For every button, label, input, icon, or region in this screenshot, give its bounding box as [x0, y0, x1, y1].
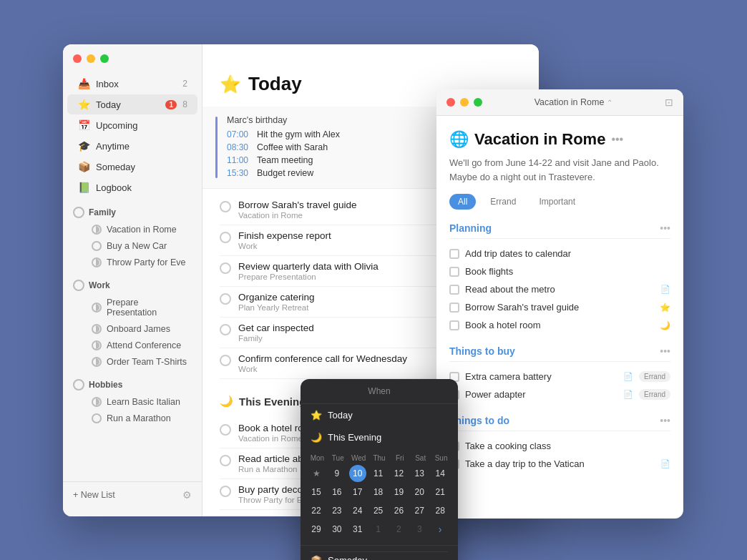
- sidebar-item-anytime[interactable]: 🎓 Anytime: [67, 136, 197, 156]
- sidebar-item-upcoming[interactable]: 📅 Upcoming: [67, 115, 197, 135]
- planning-checkbox-1[interactable]: [449, 267, 459, 277]
- doc-icon: 📄: [660, 285, 670, 294]
- hobbies-circle-icon: [73, 379, 84, 390]
- planning-checkbox-2[interactable]: [449, 285, 459, 295]
- vacation-rome-icon: [92, 225, 102, 235]
- detail-expand-icon[interactable]: ⊡: [665, 97, 673, 108]
- evening-title: This Evening: [239, 396, 306, 408]
- sidebar-item-vacation-rome[interactable]: Vacation in Rome: [67, 222, 197, 237]
- evening-checkbox-1[interactable]: [220, 455, 231, 466]
- cal-next-button[interactable]: ›: [431, 521, 449, 538]
- detail-close-button[interactable]: [446, 98, 455, 107]
- cal-cell-star[interactable]: ★: [308, 465, 325, 482]
- sidebar-item-order-tshirts[interactable]: Order Team T-Shirts: [67, 354, 197, 370]
- cal-cell-18[interactable]: 18: [370, 483, 387, 501]
- cal-label-sat: Sat: [411, 454, 430, 462]
- work-circle-icon: [73, 280, 84, 291]
- sidebar-item-buy-car[interactable]: Buy a New Car: [67, 238, 197, 254]
- filter-all-button[interactable]: All: [449, 194, 476, 210]
- sidebar-item-prepare-presentation[interactable]: Prepare Presentation: [67, 295, 197, 320]
- sidebar-item-attend-conference[interactable]: Attend Conference: [67, 338, 197, 353]
- detail-body: 🌐 Vacation in Rome ••• We'll go from Jun…: [436, 116, 683, 519]
- minimize-button[interactable]: [87, 54, 95, 63]
- cal-cell-29[interactable]: 29: [308, 521, 325, 538]
- detail-minimize-button[interactable]: [460, 98, 469, 107]
- list-item: Book a hotel room 🌙: [449, 316, 670, 334]
- sidebar-item-logbook[interactable]: 📗 Logbook: [67, 177, 197, 197]
- sidebar-item-inbox[interactable]: 📥 Inbox 2: [67, 74, 197, 94]
- cal-cell-26[interactable]: 26: [390, 502, 407, 519]
- things-to-do-header: Things to do •••: [449, 415, 670, 431]
- cal-row-2: 15 16 17 18 19 20 21: [308, 483, 451, 501]
- cal-cell-27[interactable]: 27: [411, 502, 428, 519]
- sidebar-item-learn-italian[interactable]: Learn Basic Italian: [67, 394, 197, 410]
- sidebar-item-throw-party[interactable]: Throw Party for Eve: [67, 255, 197, 270]
- when-popup: When ⭐ Today 🌙 This Evening Mon Tue Wed …: [301, 379, 458, 560]
- cal-cell-20[interactable]: 20: [411, 483, 428, 501]
- when-today-option[interactable]: ⭐ Today: [301, 404, 458, 426]
- cal-cell-15[interactable]: 15: [308, 483, 325, 501]
- planning-checkbox-3[interactable]: [449, 303, 459, 313]
- planning-task-2: Read about the metro: [465, 284, 655, 295]
- planning-checkbox-0[interactable]: [449, 249, 459, 259]
- maximize-button[interactable]: [100, 54, 109, 63]
- things-to-buy-more[interactable]: •••: [660, 345, 670, 357]
- cal-cell-3[interactable]: 3: [411, 521, 428, 538]
- someday-option[interactable]: 📦 Someday: [311, 552, 448, 560]
- task-checkbox-0[interactable]: [220, 201, 231, 212]
- when-evening-option[interactable]: 🌙 This Evening: [301, 426, 458, 448]
- things-to-do-more[interactable]: •••: [660, 415, 670, 426]
- cal-cell-9[interactable]: 9: [328, 465, 346, 482]
- cal-row-1: ★ 9 10 11 12 13 14: [308, 465, 451, 482]
- cal-cell-12[interactable]: 12: [390, 465, 407, 482]
- cal-cell-16[interactable]: 16: [328, 483, 346, 501]
- popup-header: When: [301, 379, 458, 404]
- cal-cell-11[interactable]: 11: [370, 465, 387, 482]
- sidebar-item-today[interactable]: ⭐ Today 1 8: [67, 94, 197, 114]
- task-checkbox-3[interactable]: [220, 293, 231, 305]
- cal-cell-14[interactable]: 14: [431, 465, 449, 482]
- evening-checkbox-0[interactable]: [220, 424, 231, 436]
- cal-cell-1[interactable]: 1: [370, 521, 387, 538]
- today-count: 8: [182, 99, 187, 109]
- cal-cell-31[interactable]: 31: [349, 521, 366, 538]
- detail-more-button[interactable]: •••: [611, 133, 623, 146]
- cal-cell-19[interactable]: 19: [390, 483, 407, 501]
- detail-maximize-button[interactable]: [474, 98, 482, 107]
- task-checkbox-1[interactable]: [220, 232, 231, 243]
- planning-more-button[interactable]: •••: [660, 222, 670, 234]
- close-button[interactable]: [73, 54, 82, 63]
- sidebar-item-someday[interactable]: 📦 Someday: [67, 157, 197, 177]
- sidebar-nav: 📥 Inbox 2 ⭐ Today 1 8 📅 Upcoming 🎓 Anyti…: [63, 70, 202, 478]
- cal-cell-2[interactable]: 2: [390, 521, 407, 538]
- cal-cell-30[interactable]: 30: [328, 521, 346, 538]
- cal-cell-10[interactable]: 10: [349, 465, 366, 482]
- planning-checkbox-4[interactable]: [449, 320, 459, 330]
- sidebar-item-onboard-james[interactable]: Onboard James: [67, 321, 197, 337]
- detail-actions: ⊡: [665, 97, 673, 108]
- section-hobbies: Hobbies: [63, 370, 202, 393]
- new-list-button[interactable]: + New List: [73, 490, 115, 500]
- task-checkbox-2[interactable]: [220, 262, 231, 274]
- cal-cell-13[interactable]: 13: [411, 465, 428, 482]
- cal-cell-22[interactable]: 22: [308, 502, 325, 519]
- cal-cell-24[interactable]: 24: [349, 502, 366, 519]
- filter-icon[interactable]: ⚙: [182, 489, 192, 501]
- cal-cell-28[interactable]: 28: [431, 502, 449, 519]
- list-item: Take a cooking class: [449, 437, 670, 455]
- throw-party-label: Throw Party for Eve: [107, 257, 185, 267]
- scheduled-text-2: Team meeting: [257, 155, 313, 165]
- sidebar-item-run-marathon[interactable]: Run a Marathon: [67, 411, 197, 426]
- task-checkbox-5[interactable]: [220, 355, 231, 366]
- cal-cell-17[interactable]: 17: [349, 483, 366, 501]
- scheduled-text-1: Coffee with Sarah: [257, 142, 328, 152]
- sidebar-item-label: Upcoming: [96, 120, 187, 131]
- cal-cell-21[interactable]: 21: [431, 483, 449, 501]
- cal-cell-25[interactable]: 25: [370, 502, 387, 519]
- someday-option-icon: 📦: [311, 555, 322, 560]
- filter-errand-button[interactable]: Errand: [482, 194, 524, 210]
- filter-important-button[interactable]: Important: [530, 194, 584, 210]
- task-checkbox-4[interactable]: [220, 324, 231, 335]
- cal-cell-23[interactable]: 23: [328, 502, 346, 519]
- evening-checkbox-2[interactable]: [220, 486, 231, 497]
